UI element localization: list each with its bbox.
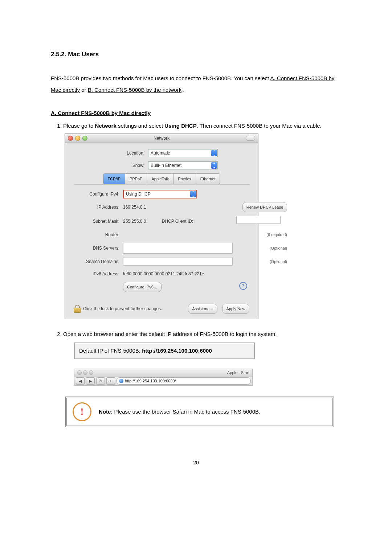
forward-button[interactable]: ▶ [86,377,95,385]
intro-paragraph: FNS-5000B provides two methods for Mac u… [51,73,341,95]
note-label: Note: [99,409,113,415]
configure-ipv4-label: Configure IPv4: [76,190,119,198]
network-window: Network Location: Automatic ▲▼ Show: [65,134,258,319]
chevron-up-down-icon: ▲▼ [211,162,217,169]
search-domains-hint: (Optional) [236,258,287,266]
safari-window: Apple - Start ◀ ▶ ↻ + http://169.254.100… [74,369,253,386]
dhcp-client-id-input[interactable] [236,216,281,224]
url-field[interactable]: http://169.254.100.100:6000/ [117,377,251,385]
dhcp-client-id-hint: (If required) [236,231,287,239]
tab-bar: TCP/IP PPPoE AppleTalk Proxies Ethernet [74,173,249,184]
window-title: Network [65,134,258,143]
ipv6-address-label: IPv6 Address: [76,270,119,278]
configure-ipv4-value: Using DHCP [126,190,151,198]
dns-servers-input[interactable] [123,243,233,254]
tab-appletalk[interactable]: AppleTalk [147,173,173,184]
dns-hint: (Optional) [236,244,287,252]
tab-tcpip[interactable]: TCP/IP [103,173,125,184]
default-ip-url: http://169.254.100.100:6000 [142,348,212,354]
safari-title: Apple - Start [227,369,249,377]
section-heading: 2.5.2. Mac Users [51,51,341,58]
step1-b2: Using DHCP [164,123,196,129]
renew-dhcp-button[interactable]: Renew DHCP Lease [242,202,287,212]
step-1: Please go to Network settings and select… [63,120,341,319]
router-label: Router: [76,230,119,239]
ip-address-label: IP Address: [76,203,119,212]
back-button[interactable]: ◀ [76,377,85,385]
show-value: Built-in Ethernet [151,161,181,170]
close-icon[interactable] [77,370,82,375]
show-select[interactable]: Built-in Ethernet ▲▼ [148,161,218,169]
apply-now-button[interactable]: Apply Now [222,304,249,314]
intro-link-b: B. Connect FNS-5000B by the network [88,87,181,93]
zoom-icon[interactable] [89,370,93,375]
ip-address-value: 169.254.0.1 [123,203,233,212]
subnet-mask-value: 255.255.0.0 [123,219,146,224]
url-text: http://169.254.100.100:6000/ [125,377,176,385]
note-text: Please use the browser Safari in Mac to … [113,409,260,415]
intro-text-mid: or [81,87,88,93]
search-domains-input[interactable] [123,258,233,266]
step1-post: . Then connect FNS-5000B to your Mac via… [197,123,322,129]
compass-icon [119,379,123,383]
section-a-heading: A. Connect FNS-5000B by Mac directly [51,110,341,116]
chevron-up-down-icon: ▲▼ [190,191,196,197]
search-domains-label: Search Domains: [76,257,119,266]
subnet-mask-label: Subnet Mask: [76,217,119,226]
minimize-icon[interactable] [83,370,87,375]
step2-text: Open a web browser and enter the default… [63,331,277,337]
add-bookmark-button[interactable]: + [106,377,115,385]
help-icon[interactable]: ? [239,282,247,290]
default-ip-pre: Default IP of FNS-5000B: [79,348,142,354]
window-titlebar: Network [65,134,258,143]
ipv6-address-value: fe80:0000:0000:0000:0211:24ff:fe87:221e [123,270,287,278]
tab-ethernet[interactable]: Ethernet [196,173,220,184]
toolbar-pill-icon[interactable] [246,136,255,141]
step-2: Open a web browser and enter the default… [63,329,341,427]
step1-pre: Please go to [63,123,95,129]
configure-ipv4-select[interactable]: Using DHCP ▲▼ [123,190,197,198]
default-ip-box: Default IP of FNS-5000B: http://169.254.… [74,342,255,359]
location-label: Location: [105,149,144,157]
dhcp-client-id-label: DHCP Client ID: [162,219,193,224]
step1-mid: settings and select [117,123,165,129]
dns-servers-label: DNS Servers: [76,244,119,253]
tab-proxies[interactable]: Proxies [173,173,196,184]
assist-me-button[interactable]: Assist me… [188,304,217,314]
page-number: 20 [51,460,341,465]
warning-icon: ! [73,402,91,421]
step1-b1: Network [95,123,117,129]
location-select[interactable]: Automatic ▲▼ [148,149,218,157]
tab-pppoe[interactable]: PPPoE [125,173,147,184]
reload-button[interactable]: ↻ [96,377,105,385]
lock-text: Click the lock to prevent further change… [83,304,162,313]
intro-text-end: . [183,87,184,93]
note-block: ! Note: Please use the browser Safari in… [65,397,334,427]
lock-icon[interactable] [74,305,80,313]
show-label: Show: [105,161,144,170]
chevron-up-down-icon: ▲▼ [211,150,217,156]
configure-ipv6-button[interactable]: Configure IPv6… [123,282,162,292]
location-value: Automatic [151,149,170,157]
intro-text-1: FNS-5000B provides two methods for Mac u… [51,75,270,81]
